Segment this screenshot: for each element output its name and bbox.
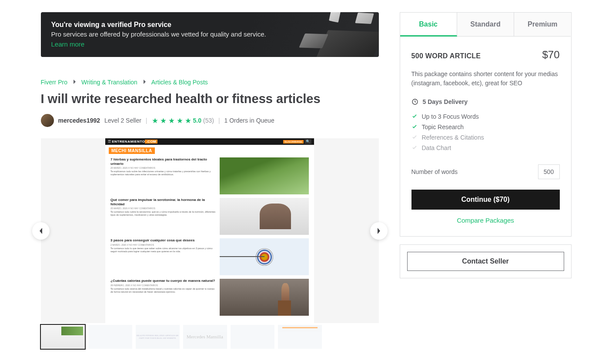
pro-service-banner: You're viewing a verified Pro service Pr… (41, 12, 379, 57)
star-icon (185, 117, 191, 124)
gallery-byline: MECHI MANSILLA (109, 147, 155, 154)
gallery-next-button[interactable] (370, 222, 388, 240)
breadcrumb-item[interactable]: Fiverr Pro (41, 79, 67, 86)
contact-seller-box: Contact Seller (400, 244, 572, 278)
gallery-slide[interactable]: ☰ ENTRENAMIENTO.COM SUSCRIBIRSE 🔍 MECHI … (105, 138, 314, 323)
pro-banner-illustration (283, 12, 375, 57)
breadcrumb-item[interactable]: Writing & Translation (81, 79, 137, 86)
gallery-menu-icon: ☰ ENTRENAMIENTO.COM (108, 140, 157, 144)
check-icon (411, 145, 418, 151)
package-box: Basic Standard Premium 500 WORD ARTICLE … (400, 12, 572, 237)
gig-gallery: ☰ ENTRENAMIENTO.COM SUSCRIBIRSE 🔍 MECHI … (41, 138, 379, 323)
clock-icon (411, 98, 418, 105)
gallery-thumbnail[interactable]: Mercedes Mansilla (183, 325, 227, 349)
gallery-thumbnail[interactable]: HEALTH FITNESS RELATED ARTICLES OR COPY … (136, 325, 180, 349)
package-name: 500 WORD ARTICLE (411, 52, 481, 60)
star-icon (168, 117, 175, 124)
check-icon (411, 124, 418, 130)
words-label: Number of words (411, 168, 458, 175)
seller-rating: 5.0 (53) (152, 117, 214, 124)
search-icon: 🔍 (304, 139, 311, 144)
seller-info-row: mercedes1992 Level 2 Seller | 5.0 (53) |… (41, 114, 379, 127)
feature-item: Data Chart (411, 143, 560, 153)
seller-level: Level 2 Seller (104, 117, 141, 124)
tab-premium[interactable]: Premium (514, 13, 571, 37)
words-value: 500 (538, 164, 560, 179)
star-icon (152, 117, 158, 124)
package-price: $70 (542, 49, 559, 61)
gallery-thumbnail[interactable] (231, 325, 274, 349)
pro-banner-title: You're viewing a verified Pro service (51, 21, 266, 29)
star-icon (177, 117, 183, 124)
package-tabs: Basic Standard Premium (400, 13, 571, 37)
package-features: Up to 3 Focus Words Topic Research Refer… (411, 111, 560, 153)
breadcrumb: Fiverr Pro Writing & Translation Article… (41, 79, 379, 86)
gallery-thumbnail[interactable] (88, 325, 132, 349)
package-description: This package contains shorter content fo… (411, 70, 560, 88)
chevron-right-icon (143, 79, 146, 86)
seller-avatar[interactable] (41, 114, 54, 127)
feature-item: Topic Research (411, 122, 560, 132)
compare-packages-link[interactable]: Compare Packages (411, 217, 560, 224)
contact-seller-button[interactable]: Contact Seller (407, 252, 564, 271)
rating-value: 5.0 (193, 117, 201, 124)
feature-item: Up to 3 Focus Words (411, 111, 560, 122)
gig-title: I will write researched health or fitnes… (41, 92, 379, 106)
feature-item: References & Citations (411, 132, 560, 143)
chevron-right-icon (73, 79, 76, 86)
continue-button[interactable]: Continue ($70) (411, 190, 560, 210)
breadcrumb-item[interactable]: Articles & Blog Posts (151, 79, 208, 86)
gallery-thumbnail[interactable] (278, 325, 322, 349)
tab-basic[interactable]: Basic (400, 13, 457, 37)
pro-banner-subtitle: Pro services are offered by professional… (51, 30, 266, 38)
gallery-prev-button[interactable] (32, 222, 50, 240)
delivery-time: 5 Days Delivery (411, 98, 560, 105)
gallery-thumbnail[interactable] (41, 325, 85, 349)
gallery-thumbnails: HEALTH FITNESS RELATED ARTICLES OR COPY … (41, 325, 379, 349)
check-icon (411, 114, 418, 120)
check-icon (411, 134, 418, 140)
learn-more-link[interactable]: Learn more (51, 40, 85, 48)
star-icon (160, 117, 167, 124)
seller-username[interactable]: mercedes1992 (58, 117, 100, 124)
orders-in-queue: 1 Orders in Queue (224, 117, 274, 124)
review-count: (53) (203, 117, 214, 124)
tab-standard[interactable]: Standard (457, 13, 514, 37)
